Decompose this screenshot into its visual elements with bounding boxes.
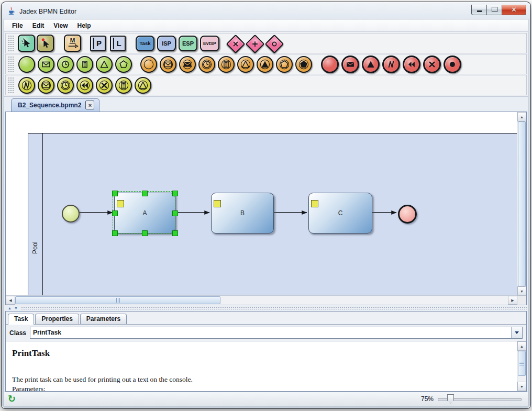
- selection-handle[interactable]: [142, 230, 148, 236]
- combo-dropdown-button[interactable]: [511, 327, 522, 338]
- hscroll-track[interactable]: [220, 296, 508, 305]
- start-event-node[interactable]: [62, 205, 80, 223]
- splitter-texture[interactable]: [21, 307, 527, 309]
- boundary-event-compensation-icon[interactable]: [76, 77, 93, 94]
- properties-panel: TaskPropertiesParameters Class PrintTask…: [5, 311, 527, 392]
- menu-item-view[interactable]: View: [49, 20, 72, 31]
- end-event-message-icon[interactable]: [341, 55, 359, 73]
- add-or-gateway-icon[interactable]: [264, 34, 284, 53]
- selection-handle[interactable]: [142, 191, 148, 196]
- scroll-left-icon[interactable]: ◀: [6, 296, 15, 305]
- start-event-rule-icon[interactable]: [76, 56, 93, 73]
- task-label: A: [142, 209, 147, 217]
- editor-tabbar: B2_Sequence.bpmn2 ×: [4, 97, 528, 112]
- add-event-subprocess-icon[interactable]: EvtSP: [200, 36, 219, 51]
- selection-handle[interactable]: [112, 210, 118, 216]
- boundary-event-message-icon[interactable]: [38, 77, 54, 94]
- end-event-signal-icon[interactable]: [362, 55, 380, 73]
- toolbar-drag-handle[interactable]: [8, 56, 14, 72]
- selection-handle[interactable]: [172, 210, 178, 216]
- doc-vertical-scrollbar[interactable]: ▲ ▼: [517, 341, 526, 391]
- end-event-error-icon[interactable]: [382, 55, 400, 73]
- vscroll-track[interactable]: [517, 376, 526, 382]
- toolbar-drag-handle[interactable]: [8, 77, 14, 93]
- refresh-icon[interactable]: ↻: [8, 394, 16, 404]
- canvas-vertical-scrollbar[interactable]: ▲ ▼: [517, 112, 526, 296]
- tab-properties[interactable]: Properties: [35, 314, 79, 324]
- start-event-multiple-icon[interactable]: [115, 56, 132, 73]
- add-lane-icon[interactable]: L: [110, 36, 126, 51]
- scroll-up-icon[interactable]: ▲: [517, 112, 526, 121]
- add-task-icon[interactable]: Task: [136, 36, 154, 51]
- task-c-node[interactable]: C: [308, 193, 372, 234]
- start-event-message-icon[interactable]: [38, 56, 54, 73]
- scroll-up-icon[interactable]: ▲: [517, 341, 526, 351]
- selection-handle[interactable]: [112, 191, 118, 196]
- intermediate-event-empty-icon[interactable]: [140, 56, 157, 73]
- start-event-signal-icon[interactable]: [96, 56, 113, 73]
- class-combobox[interactable]: PrintTask: [30, 327, 523, 339]
- boundary-event-error-icon[interactable]: [18, 77, 35, 94]
- menu-item-edit[interactable]: Edit: [28, 20, 49, 31]
- start-event-timer-icon[interactable]: [57, 56, 74, 73]
- intermediate-event-multiple-throw-icon[interactable]: [295, 56, 312, 73]
- intermediate-event-message-throw-icon[interactable]: [179, 56, 196, 73]
- add-internal-subprocess-icon[interactable]: ISP: [157, 36, 176, 51]
- scroll-right-icon[interactable]: ▶: [508, 296, 517, 305]
- boundary-event-timer-icon[interactable]: [57, 77, 74, 94]
- task-a-node[interactable]: A: [114, 193, 175, 234]
- end-event-cancel-icon[interactable]: [423, 55, 441, 73]
- task-b-node[interactable]: B: [211, 193, 274, 234]
- selection-handle[interactable]: [112, 230, 118, 236]
- split-collapse-up-icon[interactable]: ▲: [7, 306, 13, 310]
- intermediate-event-message-catch-icon[interactable]: [160, 56, 176, 73]
- add-external-subprocess-icon[interactable]: ESP: [179, 36, 197, 51]
- toolbar-drag-handle[interactable]: [8, 35, 14, 51]
- minimize-button[interactable]: [471, 5, 487, 15]
- add-and-gateway-icon[interactable]: [245, 34, 264, 53]
- boundary-event-cancel-icon[interactable]: [96, 77, 113, 94]
- split-collapse-down-icon[interactable]: ▼: [13, 306, 19, 310]
- add-pool-icon[interactable]: P: [90, 36, 106, 51]
- canvas-hscroll-thumb[interactable]: [15, 296, 220, 304]
- end-event-compensation-icon[interactable]: [403, 55, 420, 73]
- zoom-slider[interactable]: [438, 394, 522, 404]
- menu-bar: FileEditViewHelp: [4, 19, 528, 32]
- diagram-canvas[interactable]: Pool ABC: [6, 112, 517, 296]
- canvas-vscroll-thumb[interactable]: [518, 121, 526, 286]
- editor-tab[interactable]: B2_Sequence.bpmn2 ×: [11, 98, 99, 112]
- scroll-down-icon[interactable]: ▼: [517, 382, 526, 391]
- intermediate-event-signal-throw-icon[interactable]: [257, 56, 273, 73]
- restore-button[interactable]: [486, 5, 502, 15]
- add-xor-gateway-icon[interactable]: [226, 34, 245, 53]
- minimize-icon: [477, 10, 482, 12]
- intermediate-event-timer-icon[interactable]: [198, 56, 215, 73]
- intermediate-event-signal-catch-icon[interactable]: [237, 56, 254, 73]
- selection-handle[interactable]: [172, 230, 178, 236]
- tab-task[interactable]: Task: [8, 314, 34, 325]
- end-event-empty-icon[interactable]: [321, 55, 339, 73]
- scroll-down-icon[interactable]: ▼: [517, 286, 526, 296]
- task-marker-icon: [311, 200, 318, 207]
- menu-item-file[interactable]: File: [7, 20, 28, 31]
- tab-close-icon[interactable]: ×: [85, 101, 94, 109]
- menu-item-help[interactable]: Help: [72, 20, 95, 31]
- selection-handle[interactable]: [172, 191, 178, 196]
- end-event-node[interactable]: [398, 205, 417, 224]
- boundary-event-rule-icon[interactable]: [115, 77, 132, 94]
- boundary-event-signal-icon[interactable]: [135, 77, 151, 94]
- split-divider[interactable]: ▲ ▼: [5, 306, 527, 310]
- intermediate-event-multiple-catch-icon[interactable]: [276, 56, 293, 73]
- start-event-empty-icon[interactable]: [18, 56, 35, 73]
- close-button[interactable]: ✕: [502, 5, 526, 15]
- end-event-terminate-icon[interactable]: [444, 55, 461, 73]
- select-tool-icon[interactable]: [18, 35, 35, 52]
- titlebar[interactable]: Jadex BPMN Editor ✕: [2, 2, 530, 19]
- message-edge-tool-icon[interactable]: M: [64, 35, 81, 52]
- intermediate-event-rule-icon[interactable]: [218, 56, 235, 73]
- tab-parameters[interactable]: Parameters: [80, 314, 127, 324]
- zoom-slider-thumb[interactable]: [447, 394, 454, 404]
- edge-draw-tool-icon[interactable]: [37, 35, 54, 52]
- canvas-horizontal-scrollbar[interactable]: ◀ ▶: [6, 295, 517, 305]
- doc-vscroll-thumb[interactable]: [518, 351, 526, 376]
